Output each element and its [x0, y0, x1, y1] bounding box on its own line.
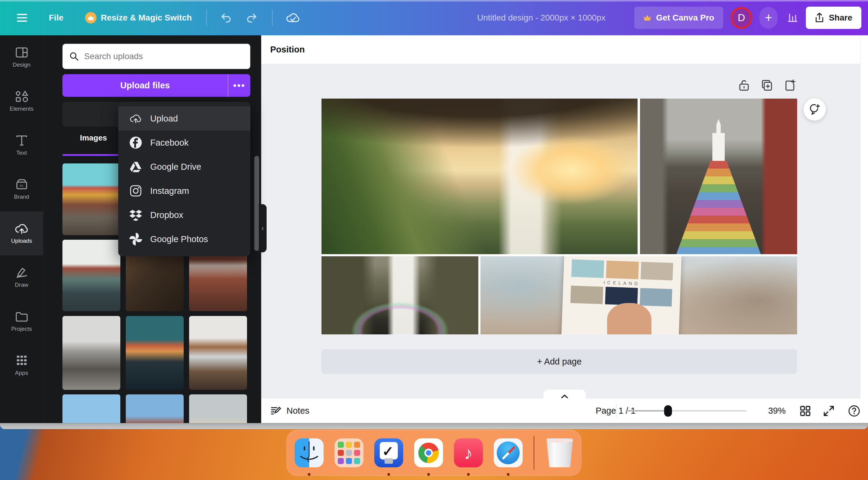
duplicate-page-icon[interactable]: [761, 79, 773, 91]
upload-thumbnail[interactable]: [189, 316, 247, 390]
panel-scrollbar[interactable]: [254, 156, 259, 251]
menu-item-google-drive[interactable]: Google Drive: [118, 155, 250, 179]
share-label: Share: [829, 13, 852, 23]
context-toolbar: Position: [261, 35, 868, 64]
design-page[interactable]: ICELAND: [321, 99, 797, 334]
notes-label: Notes: [286, 406, 309, 416]
fullscreen-icon[interactable]: [824, 406, 834, 416]
page-image-waterfall-cave[interactable]: [321, 99, 638, 254]
upload-thumbnail[interactable]: [126, 394, 184, 423]
sidebar-item-label: Elements: [10, 105, 33, 112]
notes-button[interactable]: Notes: [270, 406, 309, 416]
upload-more-options-button[interactable]: •••: [228, 74, 250, 97]
add-comment-button[interactable]: [803, 98, 826, 121]
add-page-button[interactable]: + Add page: [321, 349, 797, 374]
dock-item-launchpad[interactable]: [335, 438, 364, 467]
header-divider: [206, 9, 207, 26]
share-button[interactable]: Share: [806, 7, 861, 29]
running-indicator: [507, 473, 510, 476]
upload-thumbnail[interactable]: [126, 316, 184, 390]
zoom-slider-handle[interactable]: [664, 405, 672, 417]
sidebar-item-label: Brand: [14, 194, 29, 200]
google-drive-icon: [129, 160, 142, 173]
sidebar-item-text[interactable]: Text: [0, 123, 43, 167]
dock-item-safari[interactable]: [494, 438, 523, 467]
redo-icon[interactable]: [246, 12, 257, 23]
upload-files-label: Upload files: [62, 74, 228, 97]
upload-thumbnail[interactable]: [62, 316, 120, 390]
menu-item-label: Google Photos: [150, 234, 208, 244]
design-title[interactable]: Untitled design - 2000px × 1000px: [477, 0, 622, 35]
canva-window: File Resize & Magic Switch: [0, 0, 868, 429]
chrome-icon: [414, 438, 443, 467]
dock-divider: [533, 436, 534, 470]
sidebar-item-design[interactable]: Design: [0, 35, 43, 79]
page-image-postcard[interactable]: ICELAND: [480, 256, 797, 334]
help-icon[interactable]: [848, 405, 860, 417]
zoom-slider-fill: [626, 410, 668, 412]
crown-icon: [643, 14, 651, 21]
search-uploads-box[interactable]: [62, 44, 250, 69]
expand-bottom-panel-tab[interactable]: [544, 389, 586, 398]
tab-images[interactable]: Images: [80, 133, 107, 142]
resize-magic-switch-button[interactable]: Resize & Magic Switch: [85, 12, 192, 24]
insights-chart-icon[interactable]: [786, 12, 799, 24]
upload-files-button[interactable]: Upload files •••: [62, 74, 250, 97]
page-image-skogafoss[interactable]: [321, 256, 478, 334]
account-avatar[interactable]: D: [731, 7, 752, 29]
panel-collapse-button[interactable]: ‹: [259, 204, 267, 252]
menu-item-google-photos[interactable]: Google Photos: [118, 227, 250, 251]
page-image-rainbow-path[interactable]: [640, 99, 797, 254]
launchpad-icon: [335, 438, 364, 467]
menu-item-upload[interactable]: Upload: [118, 106, 250, 131]
add-page-icon[interactable]: [785, 79, 796, 91]
sidebar-item-uploads[interactable]: Uploads: [0, 211, 43, 255]
dock-item-trash[interactable]: [545, 438, 574, 467]
dock-item-chrome[interactable]: [414, 438, 443, 467]
running-indicator: [388, 473, 390, 476]
canvas-area: Position: [261, 35, 868, 423]
rainbow-path: [668, 161, 769, 254]
google-photos-icon: [129, 232, 142, 246]
add-member-button[interactable]: +: [760, 7, 777, 29]
dock-item-finder[interactable]: [294, 438, 323, 467]
file-menu-button[interactable]: File: [49, 13, 63, 23]
search-icon: [69, 51, 79, 62]
dock-item-music[interactable]: ♪: [454, 438, 483, 467]
upload-thumbnail[interactable]: [62, 240, 120, 311]
lock-icon[interactable]: [739, 79, 749, 91]
zoom-slider[interactable]: [626, 410, 746, 412]
sidebar-item-label: Text: [16, 150, 27, 156]
undo-icon[interactable]: [220, 12, 232, 23]
sidebar-item-brand[interactable]: co. Brand: [0, 167, 43, 211]
sidebar-item-apps[interactable]: Apps: [0, 344, 43, 387]
chevron-up-icon: [561, 394, 568, 398]
upload-thumbnail[interactable]: [62, 163, 120, 235]
grid-view-icon[interactable]: [800, 406, 811, 416]
menu-item-label: Instagram: [150, 186, 189, 196]
resize-magic-switch-label: Resize & Magic Switch: [101, 13, 192, 23]
menu-item-label: Google Drive: [150, 162, 201, 172]
get-canva-pro-button[interactable]: Get Canva Pro: [634, 7, 723, 29]
sidebar-item-projects[interactable]: Projects: [0, 299, 43, 344]
menu-icon[interactable]: [17, 14, 27, 22]
menu-item-dropbox[interactable]: Dropbox: [118, 203, 250, 227]
sidebar-item-elements[interactable]: Elements: [0, 79, 43, 123]
macos-dock: ✓ ♪: [286, 430, 582, 476]
menu-item-instagram[interactable]: Instagram: [118, 179, 250, 203]
header-divider: [272, 9, 273, 26]
screen: File Resize & Magic Switch: [0, 0, 868, 480]
canvas-scrollbar[interactable]: [860, 35, 868, 398]
dock-item-checklist-app[interactable]: ✓: [374, 438, 403, 467]
search-uploads-input[interactable]: [84, 52, 243, 61]
menu-item-facebook[interactable]: Facebook: [118, 131, 250, 155]
position-button[interactable]: Position: [270, 44, 305, 55]
svg-text:co.: co.: [19, 184, 24, 187]
upload-thumbnail[interactable]: [189, 394, 247, 423]
zoom-percent[interactable]: 39%: [759, 406, 795, 416]
sidebar-item-draw[interactable]: Draw: [0, 255, 43, 299]
sidebar-item-label: Apps: [15, 370, 28, 376]
sidebar-rail: Design Elements Text co. Brand: [0, 35, 43, 423]
menu-item-label: Facebook: [150, 138, 188, 148]
upload-thumbnail[interactable]: [62, 394, 120, 423]
